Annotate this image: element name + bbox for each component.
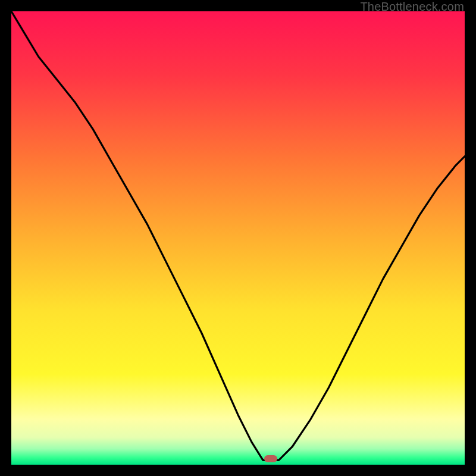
heat-gradient: [11, 11, 465, 465]
chart-canvas: TheBottleneck.com: [0, 0, 476, 476]
plot-area: [11, 11, 465, 465]
svg-rect-0: [11, 11, 465, 465]
watermark-label: TheBottleneck.com: [360, 0, 464, 14]
